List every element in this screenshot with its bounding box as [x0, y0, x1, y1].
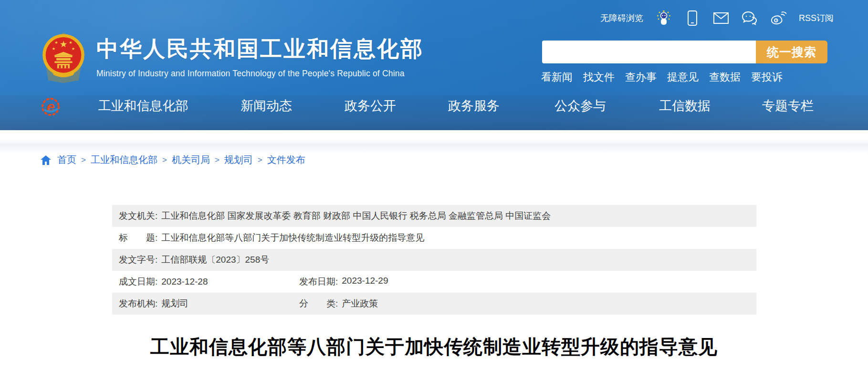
- page: 无障碍浏览: [0, 0, 868, 369]
- meta-row-publisher-category: 发布机构: 规划司 分 类: 产业政策: [112, 293, 756, 315]
- meta-label: 标 题:: [119, 232, 157, 244]
- quick-link-feedback[interactable]: 提意见: [667, 70, 699, 84]
- site-title: 中华人民共和国工业和信息化部: [96, 34, 424, 64]
- meta-value: 规划司: [161, 297, 188, 310]
- meta-value: 工业和信息化部等八部门关于加快传统制造业转型升级的指导意见: [161, 232, 424, 244]
- breadcrumb-documents[interactable]: 文件发布: [267, 154, 305, 166]
- meta-row-title: 标 题: 工业和信息化部等八部门关于加快传统制造业转型升级的指导意见: [112, 227, 756, 249]
- mail-icon[interactable]: [713, 10, 729, 26]
- quick-links: 看新闻 找文件 查办事 提意见 查数据 要投诉: [541, 70, 783, 84]
- breadcrumb-separator: >: [258, 155, 262, 165]
- site-subtitle: Ministry of Industry and Information Tec…: [96, 69, 424, 79]
- svg-text:★: ★: [69, 40, 73, 45]
- nav-item-miit[interactable]: 工业和信息化部: [98, 97, 188, 114]
- article-title: 工业和信息化部等八部门关于加快传统制造业转型升级的指导意见: [0, 334, 868, 360]
- accessibility-robot-icon[interactable]: [656, 10, 672, 26]
- quick-link-services[interactable]: 查办事: [625, 70, 657, 84]
- nav-item-topics[interactable]: 专题专栏: [762, 97, 814, 114]
- nav-item-news[interactable]: 新闻动态: [241, 97, 292, 114]
- meta-value: 工信部联规〔2023〕258号: [161, 254, 269, 266]
- doc-meta-table: 发文机关: 工业和信息化部 国家发展改革委 教育部 财政部 中国人民银行 税务总…: [112, 205, 756, 315]
- breadcrumb-bureaus[interactable]: 机关司局: [172, 154, 210, 166]
- nav-item-data[interactable]: 工信数据: [659, 97, 711, 114]
- brand: ★ ★ ★ ★ ★ 中华人民共和国工业和信息化部 Ministry of Ind…: [41, 31, 424, 84]
- nav-item-participate[interactable]: 公众参与: [554, 97, 606, 114]
- quick-link-files[interactable]: 找文件: [583, 70, 615, 84]
- breadcrumb-separator: >: [162, 155, 167, 165]
- search-button[interactable]: 统一搜索: [756, 41, 827, 63]
- breadcrumb-planning[interactable]: 规划司: [224, 154, 253, 166]
- meta-label: 发文机关:: [119, 210, 157, 222]
- mobile-icon[interactable]: [684, 10, 701, 26]
- meta-value: 2023-12-28: [161, 277, 208, 287]
- breadcrumb-home[interactable]: 首页: [57, 154, 76, 166]
- meta-label: 发布机构:: [119, 297, 157, 310]
- svg-text:★: ★: [72, 46, 75, 51]
- national-emblem-icon: ★ ★ ★ ★ ★: [41, 31, 86, 84]
- meta-label: 发布日期:: [299, 276, 338, 288]
- meta-value: 产业政策: [342, 297, 378, 310]
- topbar: 无障碍浏览: [600, 9, 834, 28]
- svg-text:★: ★: [60, 39, 68, 49]
- main-nav: e 工业和信息化部 新闻动态 政务公开 政务服务 公众参与 工信数据 专题专栏: [0, 93, 868, 115]
- meta-label: 发文字号:: [119, 254, 157, 266]
- quick-link-news[interactable]: 看新闻: [541, 70, 573, 84]
- meta-row-doc-number: 发文字号: 工信部联规〔2023〕258号: [112, 249, 756, 271]
- search-input[interactable]: [542, 41, 756, 63]
- breadcrumb: 首页 > 工业和信息化部 > 机关司局 > 规划司 > 文件发布: [40, 154, 305, 166]
- meta-row-dates: 成文日期: 2023-12-28 发布日期: 2023-12-29: [112, 271, 756, 293]
- svg-text:★: ★: [54, 40, 58, 45]
- breadcrumb-separator: >: [81, 155, 86, 165]
- svg-text:★: ★: [52, 46, 56, 51]
- meta-label: 成文日期:: [119, 276, 157, 288]
- nav-item-services[interactable]: 政务服务: [448, 97, 500, 114]
- breadcrumb-separator: >: [215, 155, 220, 165]
- wechat-icon[interactable]: [742, 10, 758, 26]
- meta-value: 2023-12-29: [342, 276, 388, 288]
- meta-label: 分 类:: [299, 297, 338, 310]
- search-bar: 统一搜索: [542, 41, 827, 63]
- quick-link-complaint[interactable]: 要投诉: [751, 70, 783, 84]
- quick-link-data[interactable]: 查数据: [709, 70, 741, 84]
- home-icon[interactable]: [40, 154, 52, 166]
- meta-value: 工业和信息化部 国家发展改革委 教育部 财政部 中国人民银行 税务总局 金融监管…: [161, 210, 551, 222]
- rss-link[interactable]: RSS订阅: [799, 12, 834, 24]
- header-shadow: [0, 130, 868, 154]
- miit-nav-logo-icon[interactable]: e: [38, 94, 63, 119]
- nav-item-disclosure[interactable]: 政务公开: [345, 97, 396, 114]
- weibo-icon[interactable]: [770, 10, 786, 26]
- breadcrumb-miit[interactable]: 工业和信息化部: [91, 154, 157, 166]
- meta-row-issuing-agency: 发文机关: 工业和信息化部 国家发展改革委 教育部 财政部 中国人民银行 税务总…: [112, 205, 756, 227]
- accessibility-link[interactable]: 无障碍浏览: [600, 12, 643, 24]
